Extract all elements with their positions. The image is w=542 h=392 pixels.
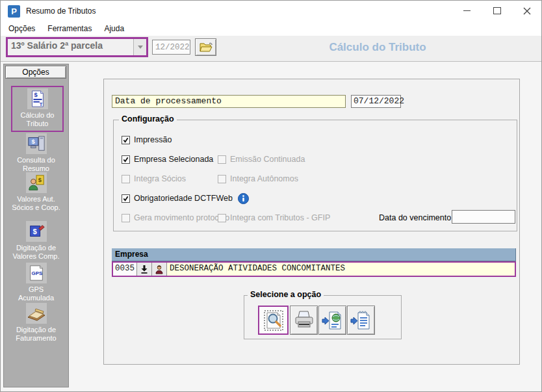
main-panel: Data de processamento 07/12/2022 Configu… bbox=[103, 79, 520, 365]
preview-button[interactable] bbox=[258, 306, 289, 335]
checkbox-box bbox=[218, 155, 226, 164]
processing-date-value-field[interactable]: 07/12/2022 bbox=[351, 95, 401, 108]
sidebar-item-digitacao-valores[interactable]: $ Digitação deValores Comp. bbox=[4, 221, 68, 261]
maximize-button[interactable] bbox=[482, 1, 511, 21]
close-button[interactable] bbox=[512, 1, 541, 21]
menu-ajuda[interactable]: Ajuda bbox=[99, 23, 129, 34]
sidebar-item-calculo-do-tributo[interactable]: $ T Cálculo doTributo bbox=[11, 86, 64, 132]
checkbox-gera-movimento-protocolo: Gera movimento protocolo bbox=[122, 213, 229, 223]
empresa-row: 0035 DESONERAÇÃO ATIVIDADES CONCOMITANTE… bbox=[112, 261, 516, 277]
checkbox-box bbox=[218, 175, 226, 183]
title-bar: P Resumo de Tributos bbox=[1, 1, 541, 21]
checkbox-box bbox=[122, 214, 130, 222]
sidebar-item-consulta-do-resumo[interactable]: $ Consulta doResumo bbox=[4, 133, 68, 173]
download-icon bbox=[140, 265, 149, 274]
options-group: Selecione a opção bbox=[244, 295, 402, 339]
info-icon[interactable] bbox=[238, 193, 249, 204]
sidebar-item-label: Digitação deValores Comp. bbox=[13, 244, 60, 261]
svg-text:$: $ bbox=[38, 177, 42, 183]
checkbox-box[interactable] bbox=[122, 194, 130, 203]
export-text-icon bbox=[350, 309, 372, 332]
app-window: P Resumo de Tributos Opções Ferramentas … bbox=[0, 0, 542, 392]
sidebar-item-label: Digitação deFaturamento bbox=[16, 326, 56, 343]
svg-text:$: $ bbox=[34, 92, 38, 98]
period-select[interactable]: 13º Salário 2ª parcela bbox=[6, 37, 148, 57]
checkbox-integra-tributos-gfip: Integra com Tributos - GFIP bbox=[218, 213, 330, 223]
competence-field[interactable] bbox=[152, 40, 190, 55]
sidebar-item-gps-acumulada[interactable]: GPS GPSAcumulada bbox=[4, 263, 68, 302]
billing-book-icon bbox=[26, 303, 47, 324]
partner-values-person-icon: $ bbox=[26, 172, 47, 193]
empresa-name-field[interactable]: DESONERAÇÃO ATIVIDADES CONCOMITANTES bbox=[167, 263, 515, 276]
page-title: Cálculo do Tributo bbox=[280, 41, 475, 54]
minimize-icon bbox=[463, 10, 471, 11]
chevron-down-icon bbox=[138, 46, 143, 49]
gps-document-icon: GPS bbox=[26, 263, 47, 283]
svg-text:T: T bbox=[39, 101, 42, 107]
period-select-value: 13º Salário 2ª parcela bbox=[11, 40, 103, 51]
empresa-download-button[interactable] bbox=[137, 263, 152, 276]
menu-opcoes[interactable]: Opções bbox=[4, 23, 40, 34]
due-date-input[interactable] bbox=[452, 210, 515, 224]
checkbox-integra-socios: Integra Sócios bbox=[122, 174, 186, 184]
due-date-label: Data do vencimento bbox=[379, 213, 451, 222]
options-group-title: Selecione a opção bbox=[248, 290, 324, 299]
maximize-icon bbox=[493, 7, 501, 14]
checkbox-obrigatoriedade-dctfweb[interactable]: Obrigatoriedade DCTFWeb bbox=[122, 193, 249, 203]
sidebar-item-label: Valores Aut.Sócios e Coop. bbox=[12, 195, 60, 212]
processing-date-label-field: Data de processamento bbox=[112, 95, 346, 108]
checkbox-box[interactable] bbox=[122, 136, 130, 144]
checkbox-box bbox=[218, 214, 226, 222]
sidebar: Opções $ T Cálculo doTributo $ bbox=[3, 64, 69, 387]
menu-ferramentas[interactable]: Ferramentas bbox=[43, 23, 96, 34]
person-icon bbox=[155, 265, 164, 274]
toolbar: 13º Salário 2ª parcela Cálculo do Tribut… bbox=[1, 36, 541, 62]
svg-text:$: $ bbox=[31, 138, 35, 145]
checkbox-box[interactable] bbox=[122, 155, 130, 164]
sidebar-item-label: GPSAcumulada bbox=[18, 285, 54, 302]
minimize-button[interactable] bbox=[452, 1, 482, 21]
preview-magnifier-icon bbox=[263, 309, 285, 332]
empresa-header: Empresa bbox=[112, 248, 516, 261]
printer-icon bbox=[293, 310, 315, 331]
checkbox-empresa-selecionada[interactable]: Empresa Selecionada bbox=[122, 154, 213, 164]
svg-text:GPS: GPS bbox=[31, 270, 42, 276]
menu-bar: Opções Ferramentas Ajuda bbox=[1, 21, 541, 36]
export-web-icon bbox=[322, 309, 344, 332]
open-folder-icon bbox=[199, 42, 213, 53]
sidebar-item-valores-aut-socios[interactable]: $ Valores Aut.Sócios e Coop. bbox=[4, 172, 68, 212]
summary-query-computer-icon: $ bbox=[26, 133, 47, 154]
config-group-title: Configuração bbox=[119, 114, 177, 124]
open-folder-button[interactable] bbox=[195, 38, 216, 56]
sidebar-header-button[interactable]: Opções bbox=[5, 66, 66, 79]
empresa-code-field[interactable]: 0035 bbox=[113, 263, 137, 276]
export-text-button[interactable] bbox=[347, 306, 375, 335]
checkbox-integra-autonomos: Integra Autônomos bbox=[218, 174, 298, 184]
checkbox-emissao-continuada: Emissão Continuada bbox=[218, 154, 305, 164]
checkbox-box bbox=[122, 175, 130, 183]
sidebar-item-label: Cálculo doTributo bbox=[21, 111, 55, 128]
svg-text:$: $ bbox=[32, 228, 37, 235]
config-group: Configuração Impressão Empresa Seleciona… bbox=[113, 120, 517, 231]
period-select-dropdown[interactable] bbox=[133, 39, 146, 55]
empresa-lookup-button[interactable] bbox=[152, 263, 167, 276]
close-icon bbox=[523, 7, 531, 15]
checkbox-impressao[interactable]: Impressão bbox=[122, 135, 172, 145]
sidebar-item-digitacao-faturamento[interactable]: Digitação deFaturamento bbox=[4, 303, 68, 343]
dollar-pencil-icon: $ bbox=[26, 221, 47, 242]
export-web-button[interactable] bbox=[318, 306, 346, 335]
sidebar-item-label: Consulta doResumo bbox=[17, 156, 55, 173]
tax-calc-document-icon: $ T bbox=[27, 88, 48, 109]
app-icon: P bbox=[8, 5, 20, 18]
window-title: Resumo de Tributos bbox=[26, 7, 96, 16]
print-button[interactable] bbox=[290, 306, 318, 335]
